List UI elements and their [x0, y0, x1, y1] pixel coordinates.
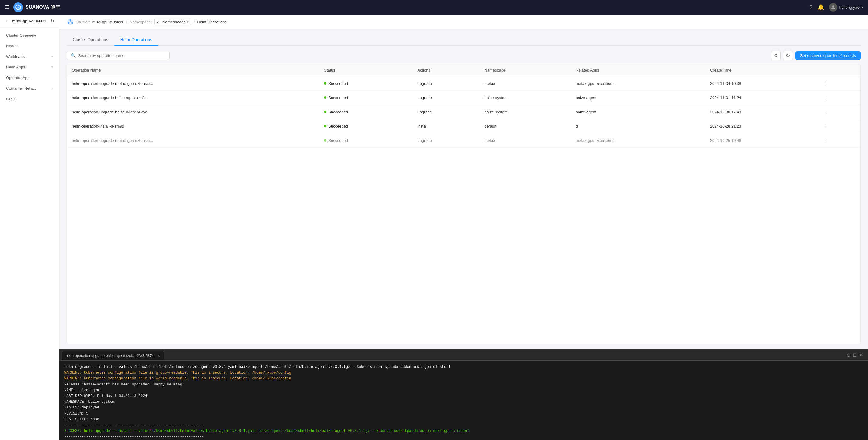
- terminal-tabs-bar: helm-operation-upgrade-baize-agent-rzx8z…: [59, 350, 868, 360]
- terminal-line: SUCCESS: helm upgrade --install --values…: [64, 428, 863, 434]
- row-more-icon[interactable]: ⋮: [823, 109, 829, 115]
- terminal-panel: helm-operation-upgrade-baize-agent-rzx8z…: [59, 349, 868, 440]
- terminal-line: STATUS: deployed: [64, 405, 863, 411]
- sidebar-item-label: Helm Apps: [6, 65, 25, 69]
- cell-status: Succeeded: [319, 76, 412, 91]
- sidebar-item-container-network[interactable]: Container Netw... ▾: [0, 83, 59, 94]
- refresh-icon-button[interactable]: ↻: [783, 51, 793, 60]
- settings-icon-button[interactable]: ⚙: [771, 51, 781, 60]
- col-header-namespace: Namespace: [479, 64, 571, 76]
- terminal-line: NAME: baize-agent: [64, 387, 863, 393]
- user-chevron-icon: ▾: [861, 5, 863, 9]
- row-more-icon[interactable]: ⋮: [823, 123, 829, 129]
- cell-operation-name: helm-operation-upgrade-metax-gpu-extensi…: [67, 133, 319, 148]
- sidebar-item-crds[interactable]: CRDs: [0, 94, 59, 104]
- terminal-line: ----------------------------------------…: [64, 422, 863, 428]
- cell-namespace: baize-system: [479, 91, 571, 105]
- terminal-tab-close-icon[interactable]: ✕: [157, 354, 160, 358]
- cell-create-time: 2024-10-30 17:43: [705, 105, 818, 119]
- set-reserved-quantity-button[interactable]: Set reserved quantity of records: [795, 51, 861, 60]
- terminal-minimize-icon[interactable]: ⊖: [846, 352, 850, 358]
- namespace-selector[interactable]: All Namespaces ▾: [154, 19, 191, 25]
- svg-line-5: [17, 7, 19, 8]
- namespace-chevron-icon: ▾: [187, 20, 188, 24]
- terminal-close-icon[interactable]: ✕: [859, 352, 863, 358]
- terminal-controls: ⊖ ⊡ ✕: [844, 351, 866, 359]
- cell-actions: upgrade: [412, 91, 479, 105]
- status-dot: [324, 111, 327, 113]
- cell-create-time: 2024-10-25 19:46: [705, 133, 818, 148]
- cell-row-menu[interactable]: ⋮: [818, 76, 861, 91]
- terminal-line: WARNING: Kubernetes configuration file i…: [64, 376, 863, 381]
- terminal-tab[interactable]: helm-operation-upgrade-baize-agent-rzx8z…: [62, 351, 164, 360]
- status-dot: [324, 82, 327, 85]
- cell-actions: upgrade: [412, 105, 479, 119]
- col-header-actions: Actions: [412, 64, 479, 76]
- logo-icon: [13, 2, 23, 12]
- search-box[interactable]: 🔍: [67, 51, 170, 60]
- cell-actions: upgrade: [412, 76, 479, 91]
- sidebar-refresh-icon[interactable]: ↻: [51, 19, 54, 23]
- row-more-icon[interactable]: ⋮: [823, 95, 829, 101]
- sidebar-item-cluster-overview[interactable]: Cluster Overview: [0, 30, 59, 41]
- cell-actions: upgrade: [412, 133, 479, 148]
- settings-icon: ⚙: [774, 53, 778, 59]
- table-row: helm-operation-upgrade-baize-agent-v6cxc…: [67, 105, 861, 119]
- username: haifeng.yao: [839, 5, 860, 10]
- terminal-line: LAST DEPLOYED: Fri Nov 1 03:25:13 2024: [64, 393, 863, 399]
- col-header-related-apps: Related Apps: [571, 64, 705, 76]
- cell-row-menu[interactable]: ⋮: [818, 119, 861, 133]
- terminal-line: Release "baize-agent" has been upgraded.…: [64, 382, 863, 387]
- tabs-bar: Cluster Operations Helm Operations: [67, 34, 861, 46]
- sidebar-item-nodes[interactable]: Nodes: [0, 41, 59, 51]
- col-header-operation-name: Operation Name: [67, 64, 319, 76]
- sidebar-item-label: Container Netw...: [6, 86, 36, 91]
- cell-related-apps: d: [571, 119, 705, 133]
- operations-table: Operation Name Status Actions Namespace …: [67, 64, 861, 344]
- sidebar-item-operator-app[interactable]: Operator App: [0, 72, 59, 83]
- status-dot: [324, 125, 327, 127]
- top-nav-icons: ? 🔔 haifeng.yao ▾: [809, 3, 863, 11]
- table-row: helm-operation-upgrade-metax-gpu-extensi…: [67, 133, 861, 148]
- row-more-icon[interactable]: ⋮: [823, 137, 829, 143]
- col-header-create-time: Create Time: [705, 64, 818, 76]
- table-header-row: Operation Name Status Actions Namespace …: [67, 64, 861, 76]
- namespace-label: Namespace:: [130, 20, 152, 24]
- cell-status: Succeeded: [319, 105, 412, 119]
- row-more-icon[interactable]: ⋮: [823, 80, 829, 86]
- user-avatar: [829, 3, 837, 11]
- cell-row-menu[interactable]: ⋮: [818, 91, 861, 105]
- cluster-value: muxi-gpu-cluster1: [92, 20, 124, 24]
- main-content: Cluster: muxi-gpu-cluster1 / Namespace: …: [59, 14, 868, 440]
- cell-namespace: metax: [479, 76, 571, 91]
- cell-row-menu[interactable]: ⋮: [818, 133, 861, 148]
- svg-point-3: [20, 8, 21, 9]
- terminal-tab-label: helm-operation-upgrade-baize-agent-rzx8z…: [66, 354, 155, 358]
- hamburger-menu[interactable]: ☰: [5, 4, 10, 10]
- terminal-line: TEST SUITE: None: [64, 417, 863, 422]
- notification-icon[interactable]: 🔔: [817, 4, 824, 10]
- user-menu[interactable]: haifeng.yao ▾: [829, 3, 863, 11]
- sidebar-nav: Cluster Overview Nodes Workloads ▾ Helm …: [0, 28, 59, 107]
- cell-actions: install: [412, 119, 479, 133]
- table-row: helm-operation-install-d-lrm9g Succeeded…: [67, 119, 861, 133]
- search-input[interactable]: [78, 53, 166, 58]
- breadcrumb-sep-1: /: [126, 20, 127, 24]
- sidebar-item-helm-apps[interactable]: Helm Apps ▾: [0, 62, 59, 72]
- sidebar-item-workloads[interactable]: Workloads ▾: [0, 51, 59, 62]
- refresh-icon: ↻: [786, 53, 790, 59]
- col-header-row-actions: [818, 64, 861, 76]
- status-text: Succeeded: [328, 124, 348, 128]
- terminal-line: REVISION: 5: [64, 411, 863, 417]
- cell-row-menu[interactable]: ⋮: [818, 105, 861, 119]
- help-icon[interactable]: ?: [809, 4, 812, 10]
- tab-cluster-operations[interactable]: Cluster Operations: [67, 34, 114, 46]
- terminal-maximize-icon[interactable]: ⊡: [853, 352, 857, 358]
- status-text: Succeeded: [328, 138, 348, 143]
- svg-point-2: [16, 8, 17, 9]
- sidebar: ← muxi-gpu-cluster1 ↻ Cluster Overview N…: [0, 14, 59, 440]
- cell-operation-name: helm-operation-upgrade-baize-agent-rzx8z: [67, 91, 319, 105]
- tab-helm-operations[interactable]: Helm Operations: [114, 34, 158, 46]
- sidebar-back-button[interactable]: ←: [5, 18, 10, 24]
- sidebar-item-label: Cluster Overview: [6, 33, 36, 38]
